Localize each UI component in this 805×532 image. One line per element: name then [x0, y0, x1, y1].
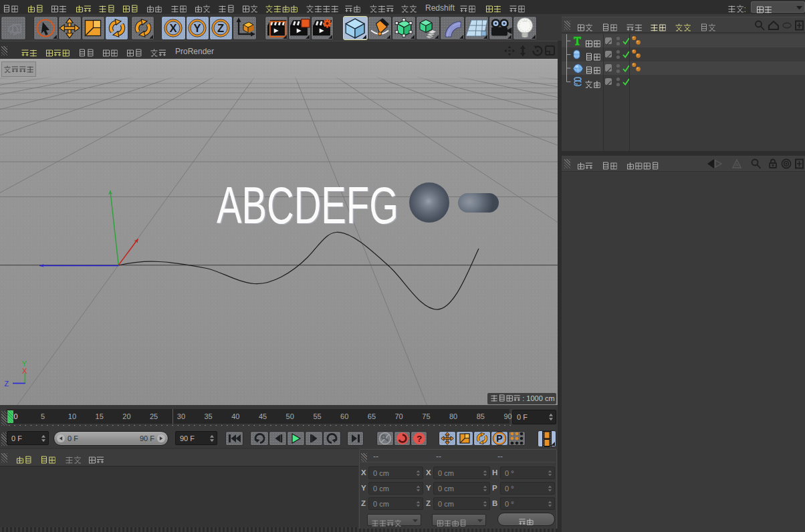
svg-text:Z: Z [5, 380, 9, 388]
svg-text:P: P [496, 433, 502, 444]
svg-text:?: ? [416, 434, 421, 444]
svg-text:X: X [170, 22, 177, 34]
svg-text:ABCDEFG: ABCDEFG [217, 176, 398, 235]
svg-text:Y: Y [193, 22, 201, 34]
svg-text:A: A [735, 162, 739, 168]
svg-text:Y: Y [22, 360, 27, 368]
svg-text:Z: Z [217, 22, 224, 34]
